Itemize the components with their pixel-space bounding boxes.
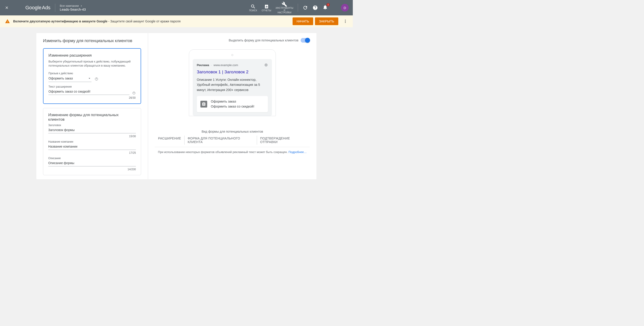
ext-text-counter: 26/30	[48, 96, 136, 100]
main-content: Изменить форму для потенциальных клиенто…	[0, 27, 353, 179]
ext-text-label: Текст расширения	[48, 85, 136, 88]
footnote-link[interactable]: Подробнее…	[288, 150, 306, 154]
lead-form-card[interactable]: Изменение формы для потенциальных клиент…	[43, 108, 141, 175]
toggle-label: Выделить форму для потенциальных клиенто…	[229, 38, 298, 42]
footnote: При использовании некоторых форматов объ…	[155, 147, 310, 154]
search-icon	[250, 4, 256, 9]
extension-card[interactable]: Изменение расширения Выберите убедительн…	[43, 48, 141, 104]
logo-text-1: Google	[25, 5, 42, 11]
google-ads-logo: Google Ads	[25, 5, 50, 11]
search-button[interactable]: ПОИСК	[249, 4, 257, 12]
help-outline-icon[interactable]	[132, 91, 136, 95]
chevron-right-icon	[80, 4, 83, 8]
ad-description: Описание 1 Услуги: Онлайн коннектор, Удо…	[197, 77, 268, 92]
preview-pane: Выделить форму для потенциальных клиенто…	[148, 33, 316, 179]
avatar[interactable]: D	[341, 4, 349, 12]
logo-text-2: Ads	[42, 5, 50, 11]
lead-form-card-title: Изменение формы для потенциальных клиент…	[48, 113, 136, 122]
extension-card-title: Изменение расширения	[48, 53, 136, 58]
info-icon	[264, 63, 268, 67]
headline-counter: 15/30	[48, 135, 136, 138]
notification-badge: !	[326, 3, 330, 6]
headline-label: Заголовок	[48, 124, 136, 127]
warning-icon	[5, 19, 10, 24]
header-divider	[55, 4, 55, 12]
preview-tabs: РАСШИРЕНИЕ ФОРМА ДЛЯ ПОТЕНЦИАЛЬНОГО КЛИЕ…	[155, 136, 310, 145]
wrench-icon	[282, 2, 287, 7]
ad-ext-line1: Оформить заказ	[211, 99, 254, 104]
tools-button[interactable]: ИНСТРУМЕНТЫ И НАСТРОЙКИ	[276, 2, 293, 14]
company-label: Название компании	[48, 140, 136, 143]
crumb-all-campaigns: Все кампании	[60, 4, 79, 8]
phone-camera-icon	[232, 54, 233, 56]
cta-label: Призыв к действию	[48, 72, 136, 75]
highlight-toggle[interactable]	[301, 38, 310, 42]
phone-preview: Реклама · www.example.com Заголовок 1 | …	[189, 49, 276, 116]
header-divider-2	[298, 4, 298, 12]
bar-chart-icon	[264, 4, 269, 9]
more-vert-icon[interactable]	[343, 19, 348, 24]
alert-banner: Включите двухэтапную аутентификацию в ак…	[0, 16, 353, 27]
headline-input[interactable]	[48, 128, 136, 133]
ad-ext-line2: Оформить заказ со скидкой!	[211, 104, 254, 109]
ext-text-input[interactable]	[48, 89, 130, 95]
header-actions: ПОИСК ОТЧЕТЫ ИНСТРУМЕНТЫ И НАСТРОЙКИ ! D	[249, 2, 349, 14]
desc-counter: 14/200	[48, 168, 136, 171]
ad-extension-preview: Оформить заказ Оформить заказ со скидкой…	[197, 96, 268, 112]
ad-url: www.example.com	[214, 64, 238, 67]
extension-card-subtitle: Выберите убедительный призыв к действию,…	[48, 60, 136, 68]
alert-close-button[interactable]: ЗАКРЫТЬ	[315, 18, 338, 25]
desc-input[interactable]	[48, 161, 136, 166]
editor-panel: Изменить форму для потенциальных клиенто…	[36, 33, 316, 179]
cta-dropdown[interactable]: Оформить заказ	[48, 76, 92, 82]
ad-headline: Заголовок 1 | Заголовок 2	[197, 70, 268, 74]
clipboard-icon	[200, 101, 207, 108]
alert-text: Включите двухэтапную аутентификацию в ак…	[13, 20, 180, 23]
company-counter: 17/25	[48, 151, 136, 154]
ad-preview-card: Реклама · www.example.com Заголовок 1 | …	[193, 59, 272, 116]
company-input[interactable]	[48, 144, 136, 150]
reports-button[interactable]: ОТЧЕТЫ	[262, 4, 271, 12]
form-editor: Изменить форму для потенциальных клиенто…	[36, 33, 148, 179]
close-icon[interactable]	[4, 5, 10, 10]
desc-label: Описание	[48, 157, 136, 160]
tab-lead-form[interactable]: ФОРМА ДЛЯ ПОТЕНЦИАЛЬНОГО КЛИЕНТА	[184, 136, 257, 145]
notifications-button[interactable]: !	[322, 4, 328, 11]
alert-start-button[interactable]: НАЧАТЬ	[292, 18, 313, 25]
arrow-drop-down-icon	[88, 76, 92, 80]
preview-caption: Вид формы для потенциальных клиентов	[155, 130, 310, 133]
breadcrumb[interactable]: Все кампании Leads-Search-43	[60, 4, 86, 11]
help-outline-icon[interactable]	[95, 77, 98, 81]
tab-confirmation[interactable]: ПОДТВЕРЖДЕНИЕ ОТПРАВКИ	[257, 136, 310, 145]
tab-extension[interactable]: РАСШИРЕНИЕ	[155, 136, 184, 145]
page-title: Изменить форму для потенциальных клиенто…	[43, 38, 141, 43]
ad-badge: Реклама	[197, 64, 209, 67]
crumb-campaign-name: Leads-Search-43	[60, 8, 86, 11]
help-icon[interactable]	[312, 5, 318, 10]
app-header: Google Ads Все кампании Leads-Search-43 …	[0, 0, 353, 16]
refresh-icon[interactable]	[302, 5, 308, 10]
